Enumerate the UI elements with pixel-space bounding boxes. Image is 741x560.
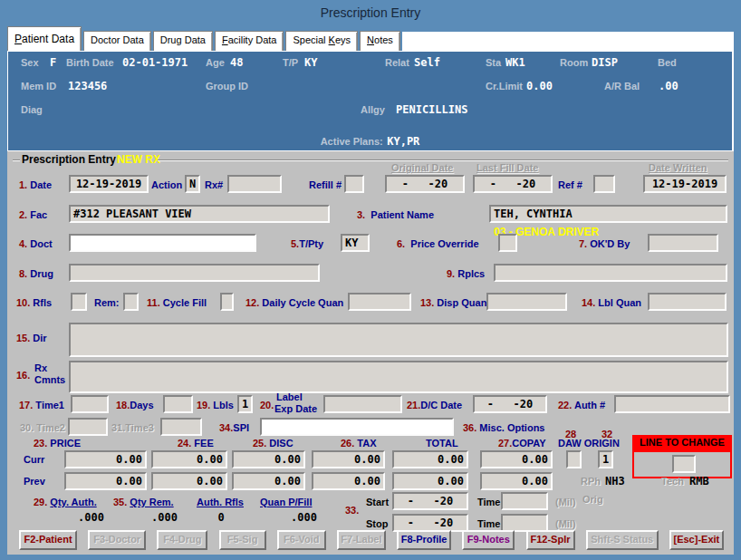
dc-date-label: 21.D/C Date bbox=[407, 400, 462, 410]
rx-cmnts-textarea[interactable] bbox=[69, 361, 728, 393]
window-title: Prescription Entry bbox=[321, 5, 420, 20]
room-label: Room bbox=[560, 57, 588, 68]
spi-label: 34.SPI bbox=[219, 422, 249, 433]
f4-drug-button[interactable]: F4-Drug bbox=[157, 530, 207, 550]
time1-field[interactable] bbox=[71, 395, 109, 413]
price-override-field[interactable] bbox=[498, 234, 517, 252]
tab-patient-data[interactable]: Patient Data bbox=[7, 26, 82, 51]
tpty-field[interactable]: KY bbox=[341, 234, 370, 252]
rplcs-label: 9. Rplcs bbox=[447, 268, 485, 279]
group-id-label: Group ID bbox=[206, 81, 248, 92]
curr-total-field[interactable]: 0.00 bbox=[392, 450, 468, 468]
original-date-label: Original Date bbox=[391, 162, 453, 173]
groupbox-line-left bbox=[13, 159, 20, 161]
active-plans-label: Active Plans: bbox=[321, 136, 383, 147]
patient-name-field[interactable]: TEH, CYNTHIA bbox=[489, 205, 727, 223]
age-value: 48 bbox=[230, 56, 243, 69]
label-exp-field[interactable] bbox=[323, 395, 402, 413]
last-fill-date-label: Last Fill Date bbox=[476, 162, 538, 173]
date-written-field: 12-19-2019 bbox=[643, 175, 727, 193]
cycle-fill-field[interactable] bbox=[220, 293, 234, 311]
sta-value: WK1 bbox=[505, 56, 525, 69]
sta-label: Sta bbox=[486, 57, 501, 68]
f5-sig-button[interactable]: F5-Sig bbox=[219, 530, 266, 550]
tab-filler bbox=[402, 32, 734, 51]
line-to-change-field[interactable] bbox=[672, 455, 696, 473]
quan-pfill-value: .000 bbox=[260, 511, 317, 524]
curr-tax-field[interactable]: 0.00 bbox=[312, 450, 385, 468]
daw-origin-header: DAW ORIGIN bbox=[558, 438, 620, 449]
fac-field[interactable]: #312 PLEASANT VIEW bbox=[69, 205, 330, 223]
action-field[interactable]: N bbox=[185, 175, 200, 193]
tech-label: Tech bbox=[661, 476, 684, 487]
stop-time-field[interactable] bbox=[501, 514, 548, 532]
rfls-field[interactable] bbox=[71, 293, 87, 311]
curr-copay-field[interactable]: 0.00 bbox=[480, 450, 553, 468]
lbls-label: 19. Lbls bbox=[197, 400, 234, 410]
drug-field[interactable] bbox=[69, 264, 320, 282]
tab-notes[interactable]: Notes bbox=[360, 31, 400, 51]
tab-doctor-data[interactable]: Doctor Data bbox=[83, 31, 151, 51]
daily-cycle-quan-label: 12. Daily Cycle Quan bbox=[245, 297, 343, 308]
f3-doctor-button[interactable]: F3-Doctor bbox=[88, 530, 146, 550]
f7-label-button[interactable]: F7-Label bbox=[337, 530, 386, 550]
dc-date-field[interactable]: - -20 bbox=[473, 395, 547, 413]
lbls-field[interactable]: 1 bbox=[237, 395, 253, 413]
patient-info-panel: Sex F Birth Date 02-01-1971 Age 48 T/P K… bbox=[7, 51, 734, 151]
start-time-field[interactable] bbox=[501, 492, 548, 510]
birth-date-label: Birth Date bbox=[66, 57, 114, 68]
date-field[interactable]: 12-19-2019 bbox=[69, 175, 149, 193]
patient-name-label: 3. Patient Name bbox=[357, 209, 434, 220]
auth-number-label: 22. Auth # bbox=[558, 400, 605, 410]
lbl-quan-field[interactable] bbox=[648, 293, 727, 311]
auth-number-field[interactable] bbox=[614, 395, 730, 413]
qty-rem-label: 35. Qty Rem. bbox=[113, 497, 174, 507]
ref-number-field[interactable] bbox=[593, 175, 615, 193]
diag-label: Diag bbox=[21, 104, 43, 115]
daily-cycle-quan-field[interactable] bbox=[348, 293, 411, 311]
dir-textarea[interactable] bbox=[69, 323, 728, 357]
rfls-label: 10. Rfls bbox=[16, 297, 52, 308]
drug-label: 8. Drug bbox=[19, 268, 53, 279]
f2-patient-button[interactable]: F2-Patient bbox=[19, 530, 77, 550]
label-exp-label1: Label bbox=[276, 391, 303, 402]
copay-header: 27.COPAY bbox=[498, 438, 546, 449]
disp-quan-field[interactable] bbox=[486, 293, 567, 311]
stop-date-field[interactable]: - -20 bbox=[392, 514, 468, 532]
date-written-label: Date Written bbox=[649, 162, 707, 173]
stop-mil-label: (Mil) bbox=[555, 518, 576, 529]
shft-s-status-button[interactable]: Shft-S Status bbox=[586, 530, 659, 550]
origin-field[interactable]: 1 bbox=[598, 450, 613, 468]
tab-drug-data[interactable]: Drug Data bbox=[153, 31, 213, 51]
f8-profile-button[interactable]: F8-Profile bbox=[397, 530, 451, 550]
cr-limit-label: Cr.Limit bbox=[486, 81, 523, 92]
f9-notes-button[interactable]: F9-Notes bbox=[462, 530, 515, 550]
rem-field[interactable] bbox=[123, 293, 139, 311]
days-label: 18.Days bbox=[116, 400, 154, 410]
misc-options-label: 36. Misc. Options bbox=[463, 422, 544, 433]
doct-field[interactable] bbox=[69, 234, 256, 252]
tab-special-keys[interactable]: Special Keys bbox=[285, 31, 358, 51]
f12-splr-button[interactable]: F12-Splr bbox=[526, 530, 575, 550]
curr-disc-field[interactable]: 0.00 bbox=[232, 450, 305, 468]
tab-facility-data[interactable]: Facility Data bbox=[215, 31, 284, 51]
qty-rem-value: .000 bbox=[130, 511, 178, 524]
esc-exit-button[interactable]: [Esc]-Exit bbox=[669, 530, 724, 550]
days-field[interactable] bbox=[163, 395, 193, 413]
spi-dropdown[interactable] bbox=[260, 418, 454, 436]
lbl-quan-label: 14. Lbl Quan bbox=[582, 297, 641, 308]
curr-label: Curr bbox=[24, 454, 44, 465]
rx-number-field[interactable] bbox=[227, 175, 282, 193]
daw-field[interactable] bbox=[566, 450, 582, 468]
time3-field bbox=[160, 418, 202, 436]
curr-fee-field[interactable]: 0.00 bbox=[151, 450, 227, 468]
birth-date-value: 02-01-1971 bbox=[122, 56, 188, 69]
start-date-field[interactable]: - -20 bbox=[392, 492, 468, 510]
okd-by-field[interactable] bbox=[648, 234, 718, 252]
refill-field[interactable] bbox=[344, 175, 364, 193]
rplcs-field[interactable] bbox=[494, 264, 727, 282]
time1-label: 17. Time1 bbox=[19, 400, 64, 410]
f6-void-button[interactable]: F6-Void bbox=[277, 530, 326, 550]
sex-value: F bbox=[50, 56, 56, 69]
curr-price-field[interactable]: 0.00 bbox=[64, 450, 147, 468]
